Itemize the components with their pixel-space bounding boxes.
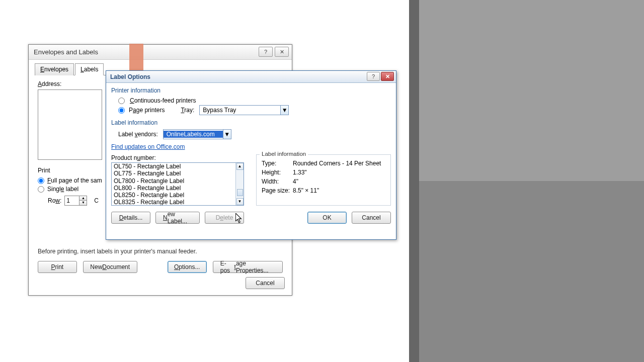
options-titlebar: Label Options ? ✕: [106, 71, 396, 83]
cancel-button[interactable]: Cancel: [246, 277, 285, 289]
print-button[interactable]: Print: [38, 261, 77, 273]
list-item[interactable]: OL8250 - Rectangle Label: [112, 192, 235, 199]
info-width-val: 4": [293, 178, 385, 185]
list-item[interactable]: OL8325 - Rectangle Label: [112, 199, 235, 205]
list-item[interactable]: OL750 - Rectangle Label: [112, 163, 235, 170]
dialog-title: Envelopes and Labels: [34, 48, 98, 56]
info-type-key: Type:: [262, 160, 293, 167]
radio-page-printers-input[interactable]: [118, 107, 125, 114]
app-gutter: [409, 0, 419, 362]
info-height-key: Height:: [262, 169, 293, 176]
options-close-button[interactable]: ✕: [381, 72, 394, 81]
label-info-heading: Label information: [111, 119, 391, 126]
list-item[interactable]: OL800 - Rectangle Label: [112, 185, 235, 192]
row-step-down[interactable]: ▼: [79, 201, 87, 205]
printer-info-heading: Printer information: [111, 87, 391, 94]
scroll-down-button[interactable]: ▼: [236, 198, 244, 205]
epostage-button[interactable]: E-postage Properties...: [213, 261, 283, 273]
row-input[interactable]: [64, 196, 79, 206]
product-list-items[interactable]: OL750 - Rectangle Label OL775 - Rectangl…: [112, 163, 235, 205]
app-background-bottom: [419, 181, 644, 362]
product-listbox[interactable]: OL750 - Rectangle Label OL775 - Rectangl…: [111, 162, 244, 206]
list-item[interactable]: OL7800 - Rectangle Label: [112, 177, 235, 185]
scroll-up-button[interactable]: ▲: [236, 163, 244, 170]
options-title: Label Options: [110, 73, 150, 80]
scroll-thumb[interactable]: [237, 189, 243, 196]
new-label-button[interactable]: New Label...: [155, 212, 200, 224]
details-button[interactable]: Details...: [111, 212, 150, 224]
info-height-val: 1.33": [293, 169, 385, 176]
info-type-val: Rounded Corners - 14 Per Sheet: [293, 160, 385, 167]
row-label: Row:: [48, 197, 61, 204]
vendor-value: OnlineLabels.com: [164, 131, 223, 138]
list-scrollbar[interactable]: ▲ ▼: [235, 163, 244, 205]
new-document-button[interactable]: New Document: [83, 261, 137, 273]
help-button[interactable]: ?: [259, 47, 273, 57]
vendor-label: Label vendors:: [118, 131, 158, 138]
product-number-label: Product number:: [111, 154, 244, 161]
row-step-up[interactable]: ▲: [79, 196, 87, 201]
tray-label: Tray:: [181, 107, 194, 114]
close-button[interactable]: ✕: [275, 47, 289, 57]
vendor-combo[interactable]: OnlineLabels.com ▼: [163, 129, 231, 139]
dialog-titlebar: Envelopes and Labels ? ✕: [29, 45, 292, 60]
row-stepper[interactable]: ▲ ▼: [64, 196, 87, 206]
radio-continuous-feed[interactable]: Continuous-feed printers: [118, 97, 391, 104]
delete-button: Delete: [205, 212, 244, 224]
manual-feeder-hint: Before printing, insert labels in your p…: [38, 248, 283, 255]
list-item[interactable]: OL775 - Rectangle Label: [112, 170, 235, 177]
options-button[interactable]: Options...: [168, 261, 207, 273]
tab-envelopes[interactable]: Envelopes: [35, 63, 74, 75]
label-options-dialog: Label Options ? ✕ Printer information Co…: [106, 70, 396, 240]
options-help-button[interactable]: ?: [367, 72, 380, 81]
chevron-down-icon[interactable]: ▼: [223, 130, 231, 139]
tray-combo[interactable]: Bypass Tray ▼: [199, 105, 289, 115]
info-page-val: 8.5" × 11": [293, 187, 385, 194]
col-label-partial: C: [94, 197, 99, 204]
label-info-box-title: Label information: [260, 151, 308, 157]
find-updates-link[interactable]: Find updates on Office.com: [111, 143, 185, 150]
options-cancel-button[interactable]: Cancel: [352, 212, 391, 224]
info-page-key: Page size:: [262, 187, 293, 194]
ok-button[interactable]: OK: [307, 212, 347, 224]
info-width-key: Width:: [262, 178, 293, 185]
chevron-down-icon[interactable]: ▼: [280, 106, 288, 115]
label-info-box: Label information Type: Rounded Corners …: [256, 154, 391, 206]
address-textarea[interactable]: [38, 89, 102, 160]
radio-continuous-feed-input[interactable]: [118, 98, 125, 104]
tray-value: Bypass Tray: [200, 107, 280, 114]
tab-labels[interactable]: Labels: [75, 63, 104, 75]
radio-full-page-input[interactable]: [38, 177, 44, 184]
radio-page-printers[interactable]: Page printers: [118, 107, 165, 114]
radio-single-label-input[interactable]: [38, 186, 44, 193]
